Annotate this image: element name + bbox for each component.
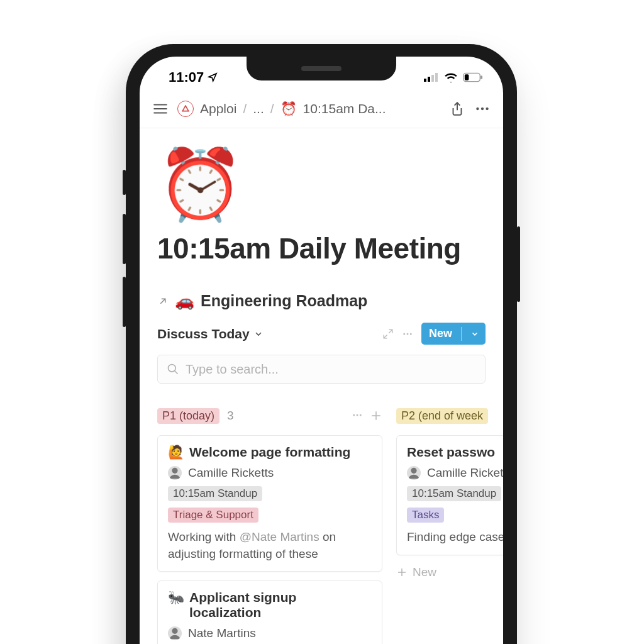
breadcrumb-title: 10:15am Da... [303,101,386,116]
breadcrumb[interactable]: Apploi / ... / ⏰ 10:15am Da... [177,101,440,117]
svg-point-18 [353,414,355,416]
add-icon [396,567,408,578]
card-tag: Triage & Support [168,508,258,523]
card-icon: 🙋 [168,445,184,460]
card-person: Camille Rickett [427,466,503,480]
phone-side-button [123,277,126,327]
search-icon [167,363,179,375]
more-icon[interactable] [351,409,364,422]
board-card[interactable]: 🙋 Welcome page formatting Camille Ricket… [157,435,382,572]
column-label[interactable]: P2 (end of week [396,408,488,424]
page-content: ⏰ 10:15am Daily Meeting 🚗 Engineering Ro… [140,128,503,644]
svg-point-20 [360,414,362,416]
signal-icon [424,72,439,82]
card-title: Welcome page formatting [189,445,350,460]
svg-point-25 [411,468,416,474]
svg-rect-0 [424,79,426,82]
svg-point-11 [481,107,484,109]
board-card[interactable]: 🐜 Applicant signup localization Nate Mar… [157,580,382,644]
svg-point-24 [172,628,177,634]
avatar [168,466,182,480]
status-time: 11:07 [169,69,204,86]
search-placeholder: Type to search... [186,362,279,377]
card-description: Working with @Nate Martins on adjusting … [168,529,372,562]
new-card-button[interactable]: New [396,565,503,579]
card-icon: 🐜 [168,590,184,620]
mention: @Nate Martins [240,530,319,543]
svg-rect-6 [480,75,482,79]
new-button[interactable]: New [421,323,486,345]
card-tag: Tasks [407,508,444,523]
more-icon[interactable] [474,101,491,117]
wifi-icon [444,72,458,82]
phone-side-button [123,170,126,195]
more-icon[interactable] [401,328,414,340]
phone-notch [247,57,396,80]
battery-icon [463,72,483,82]
breadcrumb-ellipsis: ... [253,101,264,116]
view-selector[interactable]: Discuss Today [157,326,264,341]
card-title: Reset passwo [407,445,495,460]
view-label: Discuss Today [157,326,250,341]
chevron-down-icon [253,329,264,339]
breadcrumb-workspace: Apploi [200,101,236,116]
chevron-down-icon [470,330,479,338]
new-button-label: New [429,327,452,340]
linked-database-icon: 🚗 [175,292,194,310]
card-tag: 10:15am Standup [168,486,262,501]
svg-point-14 [406,333,408,335]
page-title[interactable]: 10:15am Daily Meeting [157,231,486,265]
phone-side-button [517,226,520,302]
avatar [168,626,182,640]
svg-point-23 [172,468,177,474]
linked-database-label: Engineering Roadmap [201,292,367,310]
svg-rect-3 [435,73,438,82]
board-column-p1: P1 (today) 3 🙋 Welcome page formatting [157,405,382,644]
search-input[interactable]: Type to search... [157,355,486,384]
breadcrumb-page-icon: ⏰ [280,101,297,116]
card-tag: 10:15am Standup [407,486,501,501]
expand-icon[interactable] [382,328,394,340]
svg-rect-1 [428,77,430,82]
svg-point-19 [357,414,358,416]
new-card-label: New [413,565,436,579]
svg-rect-5 [465,74,469,80]
breadcrumb-separator: / [270,101,274,116]
avatar [407,466,421,480]
board-card[interactable]: Reset passwo Camille Rickett 10:15am Sta… [396,435,503,555]
phone-screen: 11:07 [140,57,503,644]
column-count: 3 [227,409,234,423]
svg-line-17 [175,371,178,374]
svg-point-10 [476,107,479,109]
top-nav: Apploi / ... / ⏰ 10:15am Da... [140,89,503,128]
card-description: Finding edge case [407,529,503,546]
breadcrumb-separator: / [243,101,247,116]
phone-side-button [123,214,126,264]
svg-point-13 [403,333,405,335]
phone-frame: 11:07 [126,44,517,644]
linked-database[interactable]: 🚗 Engineering Roadmap [157,292,486,310]
column-label[interactable]: P1 (today) [157,408,219,424]
location-icon [208,72,218,82]
board-column-p2: P2 (end of week Reset passwo Camille Ric… [396,405,503,644]
card-title: Applicant signup localization [189,590,372,620]
svg-point-16 [169,365,176,372]
svg-rect-2 [431,75,434,82]
workspace-icon [177,101,194,117]
svg-point-15 [410,333,412,335]
link-arrow-icon [157,296,169,307]
svg-point-12 [486,107,488,109]
page-icon[interactable]: ⏰ [157,150,486,219]
menu-icon[interactable] [152,101,169,117]
card-person: Nate Martins [188,626,256,640]
board: P1 (today) 3 🙋 Welcome page formatting [157,405,486,644]
add-icon[interactable] [370,409,382,422]
card-person: Camille Ricketts [188,466,274,480]
share-icon[interactable] [449,101,465,117]
